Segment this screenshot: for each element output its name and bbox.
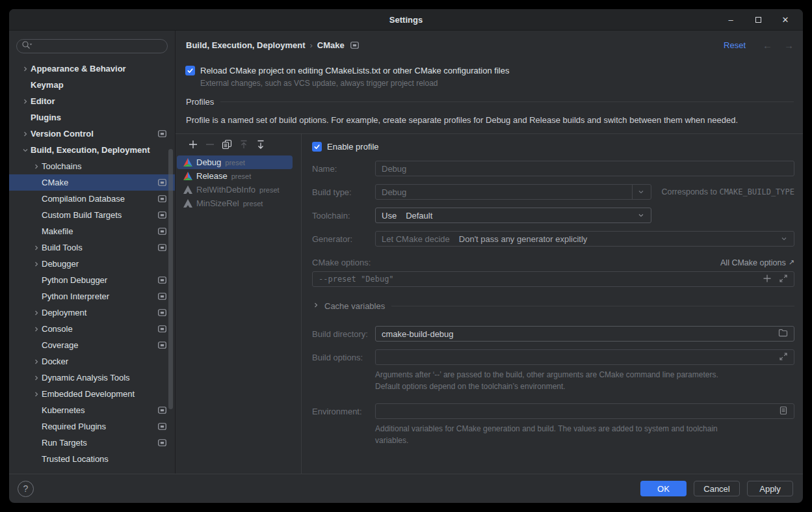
breadcrumb-parent[interactable]: Build, Execution, Deployment [186,40,305,50]
sidebar-item-label: Build Tools [42,243,83,252]
profile-item-relwithdebinfo[interactable]: RelWithDebInfopreset [177,183,293,196]
sidebar-item-build-tools[interactable]: Build Tools [9,239,175,256]
search-input[interactable] [34,42,163,51]
chevron-right-icon[interactable] [33,390,42,398]
sidebar-item-required-plugins[interactable]: Required Plugins [9,418,175,435]
profile-preset-suffix: preset [259,186,280,194]
move-down-icon[interactable] [255,139,266,150]
chevron-right-icon[interactable] [33,374,42,382]
generator-select[interactable]: Let CMake decide Don't pass any generato… [375,231,794,247]
sidebar-item-label: Console [42,324,73,334]
folder-icon[interactable] [778,329,788,339]
environment-field[interactable] [375,403,794,419]
profile-item-debug[interactable]: Debugpreset [177,155,293,169]
expand-icon[interactable] [779,274,788,285]
sidebar-item-build-execution-deployment[interactable]: Build, Execution, Deployment [9,142,175,158]
settings-tree: Appearance & BehaviorKeymapEditorPlugins… [9,61,175,467]
sidebar-item-dynamic-analysis-tools[interactable]: Dynamic Analysis Tools [9,370,175,386]
sidebar-item-label: Plugins [31,113,61,122]
profile-name: Release [196,171,228,181]
sidebar-item-kubernetes[interactable]: Kubernetes [9,402,175,418]
sidebar-item-appearance-behavior[interactable]: Appearance & Behavior [9,61,175,77]
sidebar-item-keymap[interactable]: Keymap [9,77,175,93]
sidebar-item-label: Coverage [42,340,78,350]
sidebar-item-cmake[interactable]: CMake [9,174,175,191]
sidebar-item-label: Required Plugins [42,422,106,431]
sidebar-item-docker[interactable]: Docker [9,353,175,370]
chevron-right-icon[interactable] [33,325,42,333]
chevron-right-icon[interactable] [33,163,42,170]
sidebar-item-debugger[interactable]: Debugger [9,256,175,272]
sidebar-item-label: Keymap [31,80,64,90]
sidebar-item-compilation-database[interactable]: Compilation Database [9,191,175,207]
apply-button[interactable]: Apply [747,481,793,496]
copy-icon[interactable] [222,139,232,150]
project-settings-icon [158,325,166,332]
profile-item-minsizerel[interactable]: MinSizeRelpreset [177,196,293,210]
settings-main: Build, Execution, Deployment › CMake Res… [176,31,803,474]
enable-profile-checkbox[interactable] [312,142,322,152]
project-settings-icon [158,423,166,430]
sidebar-item-deployment[interactable]: Deployment [9,304,175,321]
sidebar-scrollbar[interactable] [168,149,173,409]
cmake-icon [183,172,192,180]
chevron-right-icon[interactable] [33,358,42,366]
chevron-right-icon[interactable] [21,65,31,73]
reset-link[interactable]: Reset [724,40,746,50]
window-controls: – ✕ [726,9,790,30]
sidebar-item-editor[interactable]: Editor [9,93,175,109]
sidebar-item-label: Embedded Development [42,389,135,399]
sidebar-item-custom-build-targets[interactable]: Custom Build Targets [9,207,175,223]
sidebar-item-python-interpreter[interactable]: Python Interpreter [9,288,175,304]
add-icon[interactable] [763,274,772,285]
variables-list-icon[interactable] [779,406,788,417]
cmake-options-field[interactable]: --preset "Debug" [312,271,794,287]
chevron-right-icon[interactable] [21,130,31,138]
sidebar-item-python-debugger[interactable]: Python Debugger [9,272,175,288]
minimize-icon[interactable]: – [726,15,735,24]
sidebar-item-version-control[interactable]: Version Control [9,126,175,142]
cancel-button[interactable]: Cancel [694,481,740,496]
remove-icon[interactable] [205,139,215,150]
sidebar-item-console[interactable]: Console [9,321,175,337]
chevron-right-icon[interactable] [33,309,42,317]
window-title: Settings [389,15,423,25]
chevron-right-icon[interactable] [21,98,31,105]
move-up-icon[interactable] [239,139,249,150]
build-type-select[interactable]: Debug [375,184,651,200]
sidebar-item-coverage[interactable]: Coverage [9,337,175,353]
reload-cmake-checkbox[interactable] [185,66,195,75]
close-icon[interactable]: ✕ [781,15,790,24]
sidebar-item-trusted-locations[interactable]: Trusted Locations [9,451,175,467]
settings-search-box[interactable] [16,39,168,53]
build-options-field[interactable] [375,349,794,365]
project-settings-icon [158,179,166,186]
all-cmake-options-link[interactable]: All CMake options ↗ [720,258,794,267]
sidebar-item-label: Python Debugger [42,275,107,285]
chevron-down-icon[interactable] [21,146,31,154]
build-directory-field[interactable]: cmake-build-debug [375,326,794,342]
expand-icon[interactable] [779,352,788,363]
sidebar-item-plugins[interactable]: Plugins [9,109,175,126]
maximize-icon[interactable] [753,15,763,24]
project-settings-icon [158,439,166,446]
ok-button[interactable]: OK [640,481,687,496]
sidebar-item-makefile[interactable]: Makefile [9,223,175,239]
chevron-right-icon[interactable] [33,260,42,268]
chevron-right-icon[interactable] [33,244,42,252]
environment-label: Environment: [312,407,375,416]
profile-item-release[interactable]: Releasepreset [177,169,293,183]
help-icon[interactable]: ? [18,481,34,497]
add-icon[interactable] [188,139,198,150]
profiles-list: DebugpresetReleasepresetRelWithDebInfopr… [176,155,301,210]
sidebar-item-toolchains[interactable]: Toolchains [9,158,175,174]
sidebar-item-label: Trusted Locations [42,454,109,464]
toolchain-select[interactable]: Use Default [375,208,651,223]
sidebar-item-run-targets[interactable]: Run Targets [9,435,175,451]
forward-icon[interactable]: → [784,40,794,50]
sidebar-item-embedded-development[interactable]: Embedded Development [9,386,175,402]
project-settings-icon [158,211,166,219]
name-field[interactable]: Debug [375,161,794,176]
back-icon[interactable]: ← [763,40,772,50]
cache-variables-section[interactable]: Cache variables [312,300,794,312]
